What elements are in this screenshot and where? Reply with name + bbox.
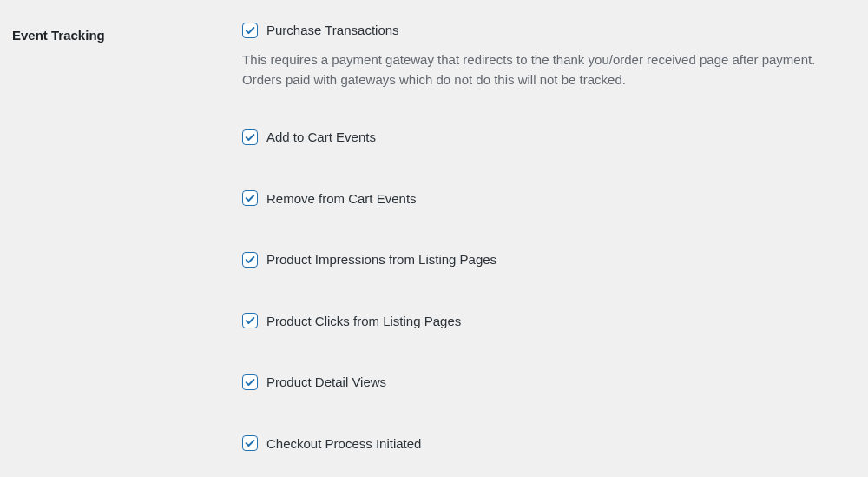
option-purchase-transactions: Purchase Transactions This requires a pa… [242, 22, 821, 89]
option-label: Purchase Transactions [266, 22, 399, 39]
option-label: Product Clicks from Listing Pages [266, 313, 461, 330]
option-checkout-initiated: Checkout Process Initiated [242, 435, 821, 453]
option-remove-from-cart: Remove from Cart Events [242, 190, 821, 208]
checkmark-icon [244, 437, 256, 449]
checkmark-icon [244, 131, 256, 143]
option-label: Remove from Cart Events [266, 190, 417, 208]
checkbox-product-clicks[interactable] [242, 313, 258, 328]
checkmark-icon [244, 192, 256, 204]
option-add-to-cart: Add to Cart Events [242, 129, 821, 146]
option-product-detail-views: Product Detail Views [242, 374, 821, 391]
checkmark-icon [244, 315, 256, 327]
checkmark-icon [244, 24, 256, 36]
event-tracking-section: Event Tracking Purchase Transactions Thi… [0, 0, 868, 477]
settings-fields: Purchase Transactions This requires a pa… [242, 22, 856, 477]
checkmark-icon [244, 376, 256, 388]
option-label: Checkout Process Initiated [266, 435, 421, 453]
option-product-clicks: Product Clicks from Listing Pages [242, 313, 821, 330]
section-title: Event Tracking [12, 22, 242, 43]
option-label: Product Impressions from Listing Pages [266, 251, 496, 268]
checkbox-product-detail-views[interactable] [242, 374, 258, 390]
checkbox-checkout-initiated[interactable] [242, 435, 258, 451]
option-label: Product Detail Views [266, 374, 386, 391]
checkbox-purchase-transactions[interactable] [242, 23, 258, 38]
option-product-impressions: Product Impressions from Listing Pages [242, 251, 821, 268]
checkbox-remove-from-cart[interactable] [242, 190, 258, 206]
checkbox-add-to-cart[interactable] [242, 129, 258, 145]
checkmark-icon [244, 254, 256, 266]
checkbox-product-impressions[interactable] [242, 252, 258, 268]
option-description: This requires a payment gateway that red… [242, 50, 821, 90]
option-label: Add to Cart Events [266, 129, 376, 146]
